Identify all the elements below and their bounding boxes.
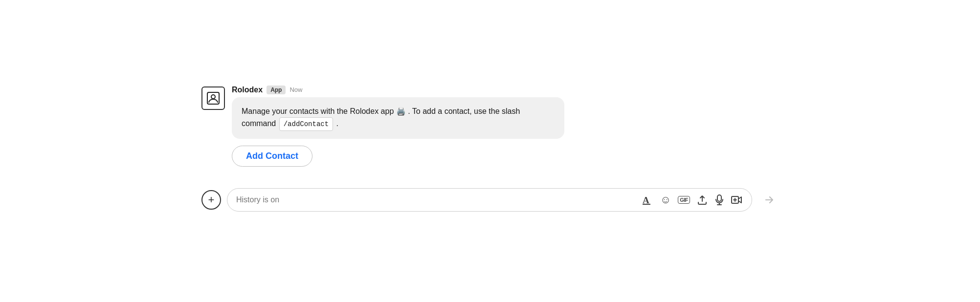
message-header: Rolodex App Now [232,86,808,94]
add-contact-button[interactable]: Add Contact [232,146,312,167]
input-row: A ☺ GIF [227,188,752,212]
message-wrapper: Rolodex App Now Manage your contacts wit… [172,86,808,167]
message-content-area: Rolodex App Now Manage your contacts wit… [232,86,808,167]
svg-point-1 [211,95,215,99]
add-video-icon[interactable] [731,194,743,205]
avatar [201,86,225,110]
plus-icon: + [208,194,215,206]
sender-name: Rolodex [232,86,263,94]
main-container: Rolodex App Now Manage your contacts wit… [172,74,808,229]
timestamp: Now [290,86,302,93]
svg-text:A: A [643,195,649,205]
svg-rect-4 [717,195,721,201]
input-area-wrapper: + A ☺ GIF [172,176,808,216]
rolodex-emoji: 🖨️ [396,107,406,115]
emoji-icon[interactable]: ☺ [660,194,671,206]
message-text-part3: . [336,119,338,128]
send-button[interactable] [760,191,779,209]
plus-button[interactable]: + [201,190,221,210]
gif-icon[interactable]: GIF [678,196,690,204]
app-badge: App [267,86,286,94]
message-bubble: Manage your contacts with the Rolodex ap… [232,97,564,139]
message-text-part1: Manage your contacts with the Rolodex ap… [242,107,396,115]
slash-command-code: /addContact [279,117,333,131]
message-input[interactable] [236,195,638,204]
format-text-icon[interactable]: A [643,195,653,205]
mic-icon[interactable] [714,194,724,205]
upload-icon[interactable] [697,194,708,205]
input-icons: A ☺ GIF [643,194,743,206]
